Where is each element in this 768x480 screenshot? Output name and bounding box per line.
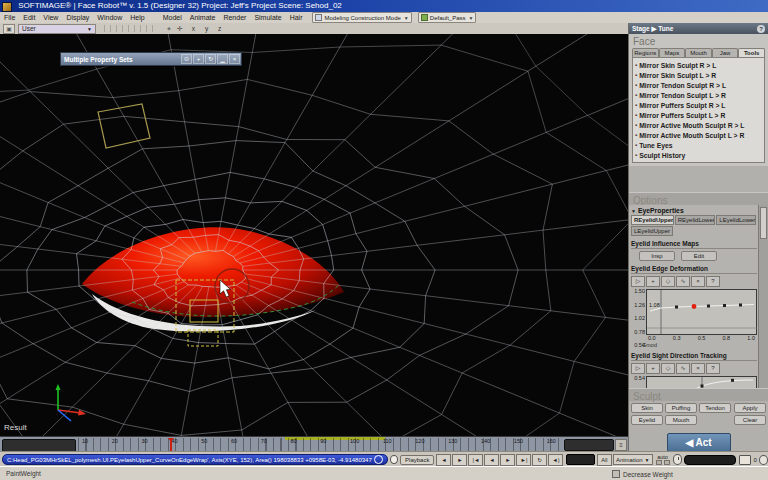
curve-tool-icon[interactable]: + — [646, 276, 660, 287]
step-forward-icon[interactable]: ► — [452, 454, 467, 466]
record-icon[interactable] — [390, 455, 398, 464]
options-scrollbar[interactable] — [758, 205, 768, 388]
sculpt-tool-button[interactable]: Mouth — [665, 415, 697, 425]
curve-tool-icon[interactable]: ∿ — [676, 276, 690, 287]
target-icon[interactable] — [759, 455, 768, 465]
sculpt-tool-button[interactable]: Tendon — [699, 403, 731, 413]
eye-properties-header[interactable]: ▼ EyeProperties — [631, 206, 757, 215]
face-tab[interactable]: Maps — [659, 48, 686, 57]
edge-deformation-curve[interactable]: 1.08 — [646, 289, 757, 335]
menu-item[interactable]: File — [0, 14, 19, 21]
eyelid-tab[interactable]: REyelidLower — [675, 215, 716, 225]
viewport-3d[interactable]: Result Multiple Property Sets ⊙ + ↻ ▁ × — [0, 34, 628, 436]
title-bar[interactable]: SOFTIMAGE® | Face Robot™ v. 1.5 (Designe… — [0, 0, 768, 12]
go-to-end-icon[interactable]: ►| — [516, 454, 531, 466]
timeline-ruler[interactable]: 102030405060708090100110120130140150160 — [78, 438, 560, 451]
tool-list-item[interactable]: ▪Mirror Active Mouth Sculpt L > R — [634, 130, 763, 140]
tool-list-item[interactable]: ▪Mirror Puffers Sculpt L > R — [634, 110, 763, 120]
tool-list-item[interactable]: ▪Sculpt History — [634, 150, 763, 160]
curve-tool-icon[interactable]: ? — [706, 276, 720, 287]
sculpt-tool-button[interactable]: Skin — [631, 403, 663, 413]
loop-icon[interactable]: ↻ — [532, 454, 547, 466]
curve-tool-icon[interactable]: × — [691, 363, 705, 374]
animation-menu[interactable]: Animation ▼ — [613, 454, 653, 465]
refresh-icon[interactable]: ↻ — [205, 54, 216, 64]
autokey-toggle-icon[interactable] — [656, 460, 662, 465]
tool-list-item[interactable]: ▪Mirror Skin Sculpt L > R — [634, 70, 763, 80]
eyelid-tab[interactable]: REyelidUpper — [631, 215, 674, 225]
toolbar-mode-item[interactable]: Model — [159, 14, 186, 21]
script-log[interactable]: C:Head_PG03MHrSkEL_polymesh.UI.PEyelashU… — [2, 454, 388, 465]
menu-item[interactable]: View — [39, 14, 62, 21]
curve-tool-icon[interactable]: ▷ — [631, 276, 645, 287]
construction-mode-select[interactable]: Modeling Construction Mode ▼ — [312, 12, 411, 23]
go-to-start-icon[interactable]: |◄ — [468, 454, 483, 466]
play-forward-icon[interactable]: ► — [500, 454, 515, 466]
snap-icon[interactable]: ⌖ — [167, 25, 171, 33]
timeline-options-icon[interactable]: ≡ — [615, 439, 627, 451]
eyelid-tab[interactable]: LEyelidLower — [716, 215, 756, 225]
curve-tool-icon[interactable]: ◇ — [661, 276, 675, 287]
step-back-icon[interactable]: ◄ — [436, 454, 451, 466]
toolbar-mode-item[interactable]: Animate — [186, 14, 220, 21]
menu-item[interactable]: Display — [62, 14, 93, 21]
menu-item[interactable]: Help — [126, 14, 148, 21]
apply-button[interactable]: Apply — [734, 403, 766, 413]
palette-icon[interactable]: ▣ — [3, 24, 15, 34]
tool-list-item[interactable]: ▪Mirror Tendon Sculpt R > L — [634, 80, 763, 90]
monitor-icon[interactable] — [739, 455, 751, 465]
pin-icon[interactable]: + — [193, 54, 204, 64]
tool-list-item[interactable]: ▪Mirror Skin Sculpt R > L — [634, 60, 763, 70]
playback-rate-slider[interactable] — [684, 455, 735, 465]
toolbar-mode-item[interactable]: Simulate — [250, 14, 285, 21]
curve-tool-icon[interactable]: ? — [706, 363, 720, 374]
eyelid-tab[interactable]: LEyelidUpper — [631, 226, 673, 236]
play-backward-icon[interactable]: ◄ — [484, 454, 499, 466]
clear-button[interactable]: Clear — [734, 415, 766, 425]
all-button[interactable]: All — [597, 454, 612, 466]
help-icon[interactable]: ? — [757, 25, 765, 33]
curve-tool-icon[interactable]: ▷ — [631, 363, 645, 374]
autokey-toggle-icon[interactable] — [664, 460, 670, 465]
render-pass-select[interactable]: Default_Pass ▼ — [418, 12, 477, 23]
timeline-end-field[interactable] — [564, 439, 614, 451]
autokey-control[interactable]: auto — [655, 455, 671, 465]
close-icon[interactable]: × — [229, 54, 240, 64]
face-tab[interactable]: Regions — [632, 48, 659, 57]
curve-tool-icon[interactable]: ∿ — [676, 363, 690, 374]
face-tab[interactable]: Mouth — [685, 48, 712, 57]
face-tab[interactable]: Jaw — [712, 48, 739, 57]
minimize-icon[interactable]: ▁ — [217, 54, 228, 64]
playback-options-button[interactable]: Playback — [400, 455, 434, 465]
act-stage-button[interactable]: ◀ Act — [667, 433, 731, 452]
sight-tracking-curve[interactable] — [646, 376, 757, 388]
tool-list-item[interactable]: ▪Tune Eyes — [634, 140, 763, 150]
toolbar-mode-item[interactable]: Hair — [286, 14, 307, 21]
curve-tool-icon[interactable]: + — [646, 363, 660, 374]
stage-bar[interactable]: Stage ▶ Tune ? — [629, 23, 768, 34]
mute-icon[interactable]: ◄) — [548, 454, 563, 466]
add-icon[interactable]: ✛ — [177, 25, 183, 33]
frame-rate-field[interactable] — [566, 454, 594, 465]
face-tab[interactable]: Tools — [738, 48, 765, 57]
sculpt-tool-button[interactable]: Puffing — [665, 403, 697, 413]
menu-item[interactable]: Edit — [19, 14, 39, 21]
toolbar-mode-item[interactable]: Render — [219, 14, 250, 21]
x-tick-label: 0.0 — [648, 335, 656, 341]
tool-list-item[interactable]: ▪Mirror Active Mouth Sculpt R > L — [634, 120, 763, 130]
camera-icon[interactable]: ⊙ — [181, 54, 192, 64]
multiple-property-sets-window[interactable]: Multiple Property Sets ⊙ + ↻ ▁ × — [60, 52, 242, 66]
sculpt-tool-button[interactable]: Eyelid — [631, 415, 663, 425]
menu-item[interactable]: Window — [93, 14, 126, 21]
tool-list-item[interactable]: ▪Mirror Puffers Sculpt R > L — [634, 100, 763, 110]
profile-select[interactable]: User ▼ — [18, 24, 96, 34]
scrollbar-thumb[interactable] — [760, 207, 767, 239]
tool-list-item[interactable]: ▪Mirror Tendon Sculpt L > R — [634, 90, 763, 100]
influence-map-button[interactable]: Edit — [681, 251, 717, 261]
influence-map-button[interactable]: Insp — [639, 251, 675, 261]
curve-tool-icon[interactable]: × — [691, 276, 705, 287]
playhead[interactable] — [170, 438, 172, 451]
timeline[interactable]: 102030405060708090100110120130140150160 … — [0, 436, 628, 452]
curve-tool-icon[interactable]: ◇ — [661, 363, 675, 374]
clock-icon[interactable] — [673, 454, 683, 465]
